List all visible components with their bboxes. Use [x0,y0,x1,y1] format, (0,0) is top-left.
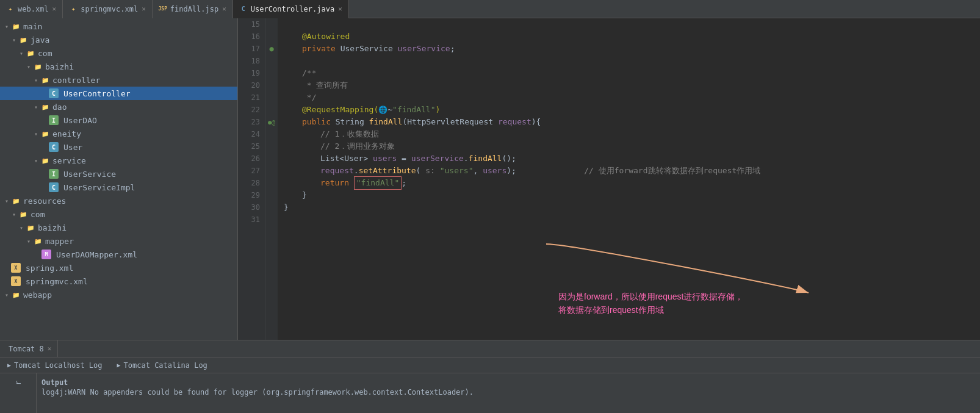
var-users2: users [483,165,506,177]
comment-close: */ [302,92,316,104]
type-user: User [344,153,363,165]
tree-item-userservice[interactable]: I UserService [0,167,237,181]
tree-item-dao[interactable]: ▾ 📁 dao [0,100,237,113]
tab-springmvc-xml[interactable]: ✦ springmvc.xml ✕ [63,0,153,18]
tree-item-baizhi2[interactable]: ▾ 📁 baizhi [0,221,237,234]
code-line-26: List < User > users = userService . find… [284,153,980,165]
arrow-icon: ▾ [2,23,11,30]
tree-label: UserController [63,89,131,98]
xml-icon: ✦ [6,5,15,13]
tree-label: resources [23,196,66,206]
tree-item-userserviceimpl[interactable]: C UserServiceImpl [0,181,237,194]
tree-label: UserServiceImpl [63,183,135,192]
code-line-15 [284,18,980,31]
close-icon[interactable]: ✕ [338,5,342,13]
folder-icon: 📁 [26,48,35,58]
tree-label: dao [52,102,67,112]
brace-close-outer: } [284,201,289,214]
editor-gutter: ● ●@ [265,18,278,340]
tab-label: springmvc.xml [81,5,138,13]
tomcat-label: Tomcat 8 [9,345,44,353]
tomcat-close-icon[interactable]: ✕ [48,345,52,353]
bottom-panel: Tomcat 8 ✕ ▶ Tomcat Localhost Log ▶ Tomc… [0,340,980,413]
type-string: String [336,116,364,128]
folder-icon: 📁 [40,129,50,138]
tree-item-eneity[interactable]: ▾ 📁 eneity [0,127,237,140]
xml-icon: ✦ [69,5,77,13]
param-request: request [498,116,531,128]
close-icon[interactable]: ✕ [142,5,146,13]
tree-label: mapper [45,237,74,246]
jsp-icon: JSP [159,5,167,13]
log-tab-label: Tomcat Catalina Log [124,361,207,370]
java-icon: C [239,5,248,13]
tree-item-user[interactable]: C User [0,140,237,154]
output-panel: Output log4j:WARN No appenders could be … [37,373,980,413]
tab-label: web.xml [18,5,49,13]
tree-item-spring-xml[interactable]: X spring.xml [0,261,237,275]
tree-item-service[interactable]: ▾ 📁 service [0,154,237,167]
code-editor[interactable]: 15 16 17 18 19 20 21 22 23 24 25 26 27 2… [238,18,980,340]
log-tab-catalina[interactable]: ▶ Tomcat Catalina Log [110,357,215,373]
tree-label: UserDAOMapper.xml [56,250,137,259]
tab-label: findAll.jsp [170,5,218,13]
close-icon[interactable]: ✕ [222,5,226,13]
keyword-public: public [302,116,331,128]
tab-web-xml[interactable]: ✦ web.xml ✕ [0,0,63,18]
tree-label: baizhi [45,62,74,71]
output-label: Output [41,376,975,388]
tree-item-springmvc-xml2[interactable]: X springmvc.xml [0,275,237,288]
tree-item-main[interactable]: ▾ 📁 main [0,20,237,33]
folder-icon: 📁 [40,75,50,85]
string-users: "users" [440,165,474,177]
arrow-icon: ▾ [32,104,40,110]
class-icon: C [49,182,59,192]
tilde: ~ [387,104,392,116]
tree-item-mapper[interactable]: ▾ 📁 mapper [0,234,237,248]
folder-icon: 📁 [18,35,28,45]
arrow-icon: ▾ [17,50,26,57]
tree-label: baizhi [38,223,67,232]
string-findall: "findAll" [392,104,435,116]
interface-icon: I [49,115,59,125]
tree-item-userdao[interactable]: I UserDAO [0,113,237,127]
tree-item-com[interactable]: ▾ 📁 com [0,46,237,60]
tree-item-webapp[interactable]: ▾ 📁 webapp [0,288,237,301]
code-line-30: } [284,201,980,214]
var-request: request [320,165,354,177]
field-userservice: userService [398,43,450,55]
tree-item-usercontroller[interactable]: C UserController [0,87,237,100]
close-icon[interactable]: ✕ [52,5,57,13]
comment-open: /** [302,67,316,79]
tree-item-com2[interactable]: ▾ 📁 com [0,207,237,221]
folder-icon: 📁 [11,21,21,31]
code-line-20: * 查询所有 [284,79,980,92]
arrow-icon: ▾ [10,37,18,43]
play-icon: ▶ [117,362,121,368]
code-line-18 [284,55,980,67]
arrow-icon: ▾ [10,211,18,218]
paren-close: ) [436,104,441,116]
bottom-left-label: r [14,381,23,385]
tree-label: com [38,49,52,58]
arrow-icon: ▾ [24,63,33,70]
folder-icon: 📁 [40,156,50,165]
output-text: log4j:WARN No appenders could be found f… [41,388,975,397]
arrow-icon: ▾ [2,292,11,298]
tomcat-tab[interactable]: Tomcat 8 ✕ [2,340,58,357]
tree-item-resources[interactable]: ▾ 📁 resources [0,194,237,207]
code-line-16: @Autowired [284,31,980,43]
tree-item-baizhi[interactable]: ▾ 📁 baizhi [0,60,237,73]
folder-icon: 📁 [18,209,28,219]
log-tab-localhost[interactable]: ▶ Tomcat Localhost Log [0,357,110,373]
tab-label: UserController.java [251,5,334,13]
tab-usercontroller-java[interactable]: C UserController.java ✕ [233,0,349,18]
tree-item-java[interactable]: ▾ 📁 java [0,33,237,46]
method-findall: findAll [369,116,403,128]
mapper-icon: M [41,250,51,259]
main-area: ▾ 📁 main ▾ 📁 java ▾ 📁 com ▾ 📁 baizhi ▾ 📁… [0,18,980,340]
tree-item-controller[interactable]: ▾ 📁 controller [0,73,237,87]
tree-item-userdaomapper[interactable]: M UserDAOMapper.xml [0,248,237,261]
tab-findall-jsp[interactable]: JSP findAll.jsp ✕ [153,0,233,18]
code-line-19: /** [284,67,980,79]
